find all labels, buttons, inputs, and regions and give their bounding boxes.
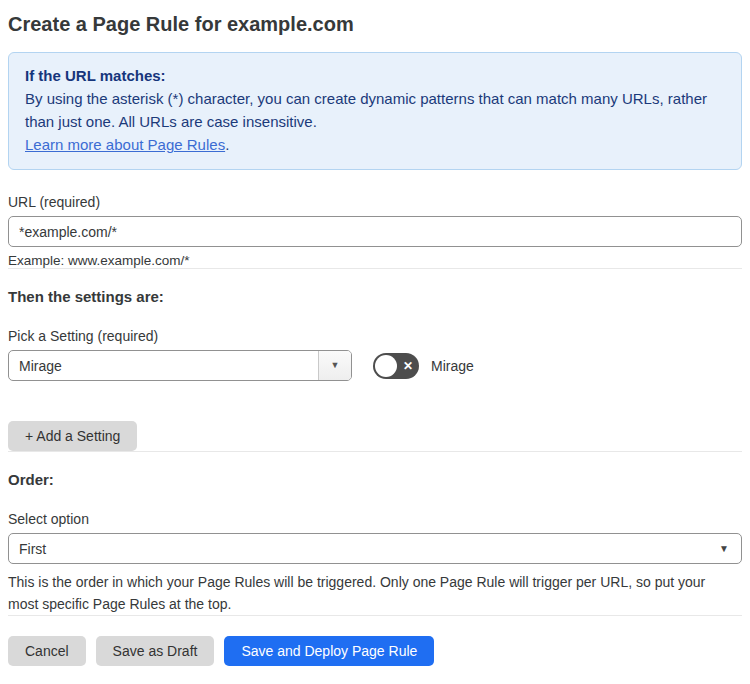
toggle-off-x-icon: ✕ (397, 353, 419, 379)
link-period: . (225, 136, 229, 153)
select-chevron-down-icon: ▼ (719, 543, 729, 554)
order-select[interactable]: First ▼ (8, 533, 742, 564)
save-as-draft-button[interactable]: Save as Draft (96, 636, 215, 666)
learn-more-link[interactable]: Learn more about Page Rules (25, 136, 225, 153)
setting-dropdown-button[interactable]: ▼ (318, 351, 351, 380)
url-field-label: URL (required) (8, 194, 742, 210)
add-setting-button[interactable]: + Add a Setting (8, 421, 137, 451)
info-box-heading: If the URL matches: (25, 64, 725, 87)
create-page-rule-panel: Create a Page Rule for example.com If th… (0, 0, 750, 666)
setting-dropdown-value: Mirage (9, 358, 318, 374)
select-option-label: Select option (8, 511, 742, 527)
settings-section-heading: Then the settings are: (8, 288, 742, 305)
info-box-link-line: Learn more about Page Rules. (25, 133, 725, 156)
order-select-value: First (19, 541, 46, 557)
save-and-deploy-button[interactable]: Save and Deploy Page Rule (224, 636, 434, 666)
url-example-helper: Example: www.example.com/* (8, 253, 742, 268)
order-section-heading: Order: (8, 471, 742, 488)
order-helper-text: This is the order in which your Page Rul… (8, 571, 724, 615)
footer-actions: Cancel Save as Draft Save and Deploy Pag… (8, 636, 742, 666)
setting-dropdown[interactable]: Mirage ▼ (8, 350, 352, 381)
info-box-body: By using the asterisk (*) character, you… (25, 87, 725, 133)
setting-picker-row: Mirage ▼ ✕ Mirage (8, 350, 742, 381)
divider (8, 615, 742, 616)
divider (8, 268, 742, 269)
cancel-button[interactable]: Cancel (8, 636, 86, 666)
page-title: Create a Page Rule for example.com (8, 10, 742, 38)
divider (8, 451, 742, 452)
pick-setting-label: Pick a Setting (required) (8, 328, 742, 344)
chevron-down-icon: ▼ (331, 361, 340, 370)
url-match-info-box: If the URL matches: By using the asteris… (8, 52, 742, 170)
url-input[interactable] (8, 216, 742, 247)
toggle-label: Mirage (431, 358, 474, 374)
mirage-toggle[interactable]: ✕ (373, 353, 419, 379)
toggle-knob (375, 355, 397, 377)
